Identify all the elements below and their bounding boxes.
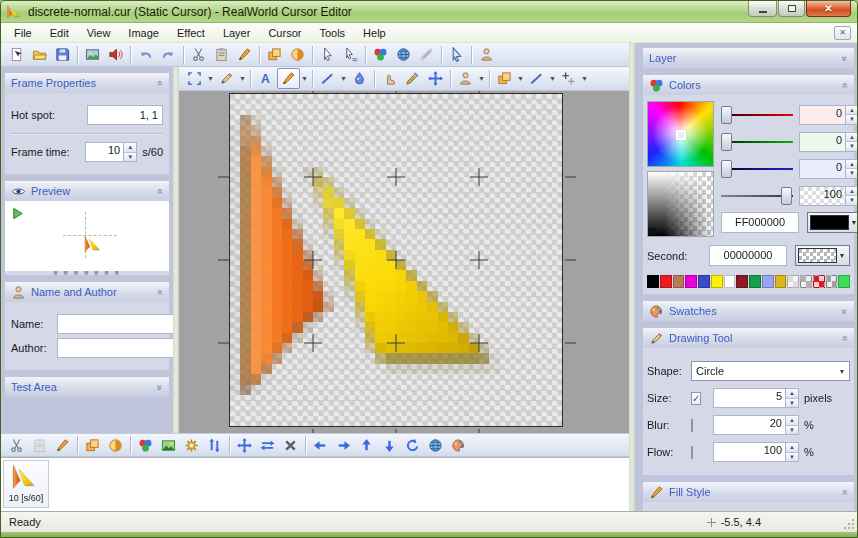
expand-chevron-icon[interactable]: »	[840, 55, 851, 61]
collapse-chevron-icon[interactable]: »	[155, 188, 166, 194]
cursor-white-button[interactable]	[316, 44, 339, 65]
arrow-up-button[interactable]	[355, 435, 378, 456]
palette-button[interactable]	[447, 435, 470, 456]
test-area-header[interactable]: Test Area »	[5, 377, 169, 397]
alpha-slider-handle[interactable]	[781, 187, 792, 205]
brightness-alpha-map[interactable]	[647, 171, 714, 237]
palette-swatch-4[interactable]	[698, 275, 710, 288]
red-stepper[interactable]: 0 ▲▼	[799, 105, 857, 125]
contrast-button[interactable]	[286, 44, 309, 65]
flow-stepper[interactable]: 100 ▲▼	[713, 442, 799, 462]
move-button[interactable]	[233, 435, 256, 456]
layer-header[interactable]: Layer »	[643, 48, 854, 68]
layers-dropdown[interactable]: ▼	[516, 68, 525, 89]
color-marker[interactable]	[676, 130, 686, 140]
layers-button[interactable]	[81, 435, 104, 456]
delete-x-button[interactable]	[279, 435, 302, 456]
menu-image[interactable]: Image	[119, 25, 168, 41]
palette-swatch-11[interactable]	[787, 275, 799, 288]
swap-button[interactable]	[256, 435, 279, 456]
shape-select[interactable]: Circle ▼	[691, 361, 850, 381]
name-field[interactable]	[57, 314, 173, 334]
capture-image-button[interactable]	[81, 44, 104, 65]
blue-stepper[interactable]: 0 ▲▼	[799, 159, 857, 179]
primary-color-dropdown[interactable]: ▼	[807, 212, 857, 233]
select-dropdown[interactable]: ▼	[206, 68, 215, 89]
maximize-button[interactable]	[778, 1, 805, 17]
globe-button[interactable]	[392, 44, 415, 65]
menu-layer[interactable]: Layer	[214, 25, 260, 41]
person-button[interactable]	[475, 44, 498, 65]
spin-down[interactable]: ▼	[124, 153, 136, 162]
layers-button[interactable]	[263, 44, 286, 65]
collapse-chevron-icon[interactable]: »	[840, 489, 851, 495]
brightness-marker[interactable]	[649, 228, 656, 235]
red-slider[interactable]	[721, 105, 793, 125]
cut-button[interactable]	[187, 44, 210, 65]
canvas-viewport[interactable]	[179, 91, 629, 433]
menu-help[interactable]: Help	[354, 25, 395, 41]
pencil-button[interactable]	[215, 68, 238, 89]
layers-button[interactable]	[493, 68, 516, 89]
arrow-right-button[interactable]	[332, 435, 355, 456]
palette-swatch-2[interactable]	[673, 275, 685, 288]
close-document-button[interactable]: ✕	[834, 26, 851, 40]
red-slider-handle[interactable]	[721, 106, 732, 124]
primary-hex-field[interactable]: FF000000	[721, 212, 799, 233]
frame-time-stepper[interactable]: 10 ▲▼	[85, 142, 137, 162]
paste-button[interactable]	[210, 44, 233, 65]
menu-file[interactable]: File	[5, 25, 41, 41]
color-spheres-button[interactable]	[369, 44, 392, 65]
hotspot-button[interactable]	[557, 68, 580, 89]
close-button[interactable]: ✕	[806, 1, 851, 17]
expand-chevron-icon[interactable]: »	[155, 384, 166, 390]
frame-properties-header[interactable]: Frame Properties »	[5, 73, 169, 93]
line-button[interactable]	[316, 68, 339, 89]
arrow-left-button[interactable]	[309, 435, 332, 456]
palette-swatch-5[interactable]	[711, 275, 723, 288]
brush-dropdown[interactable]: ▼	[300, 68, 309, 89]
collapse-chevron-icon[interactable]: »	[155, 80, 166, 86]
line-dropdown[interactable]: ▼	[548, 68, 557, 89]
collapse-chevron-icon[interactable]: »	[840, 82, 851, 88]
author-field[interactable]	[57, 338, 173, 358]
line-dropdown[interactable]: ▼	[339, 68, 348, 89]
second-color-dropdown[interactable]: ▼	[795, 245, 850, 266]
arrow-down-button[interactable]	[378, 435, 401, 456]
cursor-image[interactable]	[230, 94, 562, 426]
green-slider-handle[interactable]	[721, 133, 732, 151]
size-checkbox[interactable]: ✓	[691, 392, 701, 405]
palette-swatch-3[interactable]	[685, 275, 697, 288]
paste-button[interactable]	[28, 435, 51, 456]
blur-checkbox[interactable]	[691, 419, 693, 432]
pointer-button[interactable]	[445, 44, 468, 65]
menu-effect[interactable]: Effect	[168, 25, 214, 41]
green-stepper[interactable]: 0 ▲▼	[799, 132, 857, 152]
color-spheres-button[interactable]	[134, 435, 157, 456]
dropper-button[interactable]	[401, 68, 424, 89]
hotspot-field[interactable]: 1, 1	[87, 105, 163, 125]
menu-tools[interactable]: Tools	[310, 25, 354, 41]
collapse-chevron-icon[interactable]: »	[840, 335, 851, 341]
collapse-chevron-icon[interactable]: »	[155, 289, 166, 295]
resize-grip[interactable]: ■ ■ ■ ■ ■ ■ ■	[5, 271, 169, 275]
alpha-stepper[interactable]: 100 ▲▼	[799, 186, 857, 206]
palette-swatch-6[interactable]	[724, 275, 736, 288]
flow-checkbox[interactable]	[691, 446, 693, 459]
contrast-button[interactable]	[104, 435, 127, 456]
select-button[interactable]	[183, 68, 206, 89]
palette-swatch-0[interactable]	[647, 275, 659, 288]
image-green-button[interactable]	[157, 435, 180, 456]
palette-swatch-9[interactable]	[762, 275, 774, 288]
spin-up[interactable]: ▲	[124, 143, 136, 153]
person-button[interactable]	[454, 68, 477, 89]
blur-stepper[interactable]: 20 ▲▼	[713, 415, 799, 435]
swatches-header[interactable]: Swatches »	[643, 301, 854, 321]
play-icon[interactable]	[10, 206, 25, 221]
cursor-select-button[interactable]	[339, 44, 362, 65]
palette-swatch-14[interactable]	[826, 275, 838, 288]
title-bar[interactable]: discrete-normal.cur (Static Cursor) - Re…	[1, 1, 857, 23]
undo-button[interactable]	[134, 44, 157, 65]
palette-swatch-15[interactable]	[838, 275, 850, 288]
colors-header[interactable]: Colors »	[643, 75, 854, 95]
